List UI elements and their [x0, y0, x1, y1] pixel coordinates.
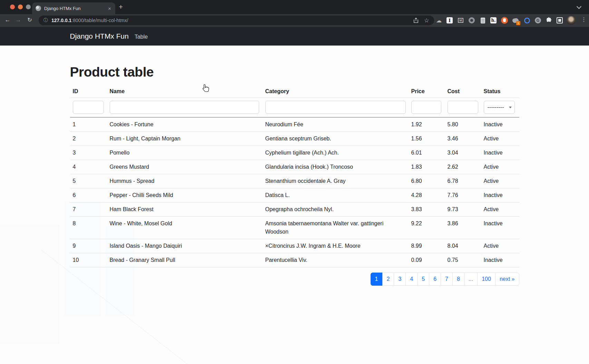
- table-row: 7 Ham Black Forest Opegrapha ochrocheila…: [70, 203, 519, 217]
- column-header-price[interactable]: Price: [409, 85, 445, 98]
- page-link[interactable]: 3: [394, 273, 406, 286]
- address-bar[interactable]: ⓘ 127.0.0.1:8000/table/multi-col-htmx/ ☆: [39, 16, 434, 25]
- blue-ring-extension-icon[interactable]: [523, 17, 531, 24]
- cell-status: Inactive: [481, 253, 519, 267]
- new-tab-button[interactable]: +: [119, 3, 123, 11]
- column-header-id[interactable]: ID: [70, 85, 107, 98]
- bookmark-star-icon[interactable]: ☆: [424, 17, 429, 24]
- dark-reader-extension-icon[interactable]: [556, 17, 563, 24]
- cell-id: 5: [70, 174, 107, 188]
- table-row: 5 Hummus - Spread Stenanthium occidental…: [70, 174, 519, 188]
- table-row: 10 Bread - Granary Small Pull Parentucel…: [70, 253, 519, 267]
- cell-cost: 9.73: [445, 203, 481, 217]
- navbar-brand[interactable]: Django HTMx Fun: [70, 32, 129, 40]
- table-row: 8 Wine - White, Mosel Gold Amsonia taber…: [70, 217, 519, 239]
- cell-cost: 7.76: [445, 188, 481, 203]
- column-header-status[interactable]: Status: [481, 85, 519, 98]
- page-item-7[interactable]: 7: [441, 273, 453, 286]
- cell-id: 3: [70, 146, 107, 160]
- cell-id: 8: [70, 217, 107, 239]
- cell-name: Bread - Granary Small Pull: [107, 253, 263, 267]
- page-link[interactable]: 6: [429, 273, 441, 286]
- site-info-icon[interactable]: ⓘ: [43, 17, 48, 23]
- cell-status: Active: [481, 160, 519, 174]
- cell-id: 2: [70, 132, 107, 146]
- cell-name: Island Oasis - Mango Daiquiri: [107, 239, 263, 253]
- document-extension-icon[interactable]: [479, 17, 487, 24]
- cell-name: Pomello: [107, 146, 263, 160]
- grammarly-extension-icon[interactable]: G: [534, 17, 542, 24]
- table-header-row: ID Name Category Price Cost Status: [70, 85, 519, 98]
- cell-status: Inactive: [481, 117, 519, 132]
- share-icon[interactable]: [413, 18, 419, 23]
- cell-category: Stenanthium occidentale A. Gray: [263, 174, 409, 188]
- cell-price: 1.56: [409, 132, 445, 146]
- cell-price: 8.99: [409, 239, 445, 253]
- cell-name: Wine - White, Mosel Gold: [107, 217, 263, 239]
- tab-title: Django HTMx Fun: [44, 6, 107, 11]
- window-close-button[interactable]: [10, 4, 15, 9]
- navbar-link-table[interactable]: Table: [135, 34, 148, 40]
- window-minimize-button[interactable]: [18, 4, 23, 9]
- product-table: ID Name Category Price Cost Status -----…: [70, 85, 519, 267]
- page-item-5[interactable]: 5: [418, 273, 429, 286]
- badged-extension-icon[interactable]: 1: [512, 17, 519, 24]
- cell-cost: 8.04: [445, 239, 481, 253]
- page-item-6[interactable]: 6: [429, 273, 441, 286]
- name-filter-input[interactable]: [110, 101, 259, 114]
- forward-button[interactable]: →: [14, 17, 22, 23]
- window-zoom-button[interactable]: [26, 4, 31, 9]
- hypothesis-extension-icon[interactable]: h.: [490, 17, 497, 24]
- page-link[interactable]: next »: [495, 273, 519, 286]
- cell-name: Rum - Light, Captain Morgan: [107, 132, 263, 146]
- reload-button[interactable]: ↻: [26, 17, 34, 23]
- browser-tab[interactable]: Django HTMx Fun ×: [32, 2, 115, 14]
- camera-extension-icon[interactable]: [468, 17, 475, 24]
- page-link[interactable]: 4: [405, 273, 418, 286]
- page-link[interactable]: 8: [452, 273, 464, 286]
- cell-category: Datisca L.: [263, 188, 409, 203]
- cell-status: Inactive: [481, 146, 519, 160]
- column-header-category[interactable]: Category: [263, 85, 409, 98]
- table-row: 1 Cookies - Fortune Neurodium Fée 1.92 5…: [70, 117, 519, 132]
- page-item-1[interactable]: 1: [371, 273, 383, 286]
- cloud-extension-icon[interactable]: ☁: [435, 17, 443, 24]
- cell-category: ×Citroncirus J.W. Ingram & H.E. Moore: [263, 239, 409, 253]
- category-filter-input[interactable]: [265, 101, 406, 114]
- back-button[interactable]: ←: [3, 17, 12, 23]
- price-filter-input[interactable]: [411, 101, 441, 114]
- page-item-3[interactable]: 3: [394, 273, 406, 286]
- puzzle-extensions-icon[interactable]: [545, 17, 552, 24]
- page-link[interactable]: 7: [441, 273, 453, 286]
- column-header-name[interactable]: Name: [107, 85, 263, 98]
- page-item-next-[interactable]: next »: [495, 273, 519, 286]
- cell-name: Cookies - Fortune: [107, 117, 263, 132]
- page-link[interactable]: 5: [417, 273, 429, 286]
- page-link[interactable]: 2: [382, 273, 394, 286]
- page-link[interactable]: 1: [371, 273, 383, 286]
- profile-avatar[interactable]: [567, 16, 576, 25]
- cell-price: 1.92: [409, 117, 445, 132]
- page-item-4[interactable]: 4: [406, 273, 418, 286]
- cost-filter-input[interactable]: [448, 101, 478, 114]
- status-filter-select[interactable]: ---------: [484, 101, 515, 114]
- adblock-hand-extension-icon[interactable]: [501, 17, 508, 24]
- cell-category: Opegrapha ochrocheila Nyl.: [263, 203, 409, 217]
- page-link[interactable]: 100: [477, 273, 495, 286]
- mail-extension-icon[interactable]: M: [457, 17, 464, 24]
- column-header-cost[interactable]: Cost: [445, 85, 481, 98]
- window-controls: [10, 4, 31, 9]
- chevron-down-icon[interactable]: [577, 5, 581, 9]
- cell-name: Hummus - Spread: [107, 174, 263, 188]
- browser-menu-icon[interactable]: ⋮: [581, 16, 587, 23]
- page-link: ...: [464, 273, 478, 286]
- page-item-100[interactable]: 100: [478, 273, 495, 286]
- instapaper-extension-icon[interactable]: I: [446, 17, 453, 24]
- tab-close-icon[interactable]: ×: [107, 5, 112, 12]
- browser-toolbar: ← → ↻ ⓘ 127.0.0.1:8000/table/multi-col-h…: [0, 14, 589, 27]
- page-item-8[interactable]: 8: [453, 273, 464, 286]
- id-filter-input[interactable]: [73, 101, 104, 114]
- cell-name: Pepper - Chilli Seeds Mild: [107, 188, 263, 203]
- cell-status: Active: [481, 239, 519, 253]
- page-item-2[interactable]: 2: [383, 273, 394, 286]
